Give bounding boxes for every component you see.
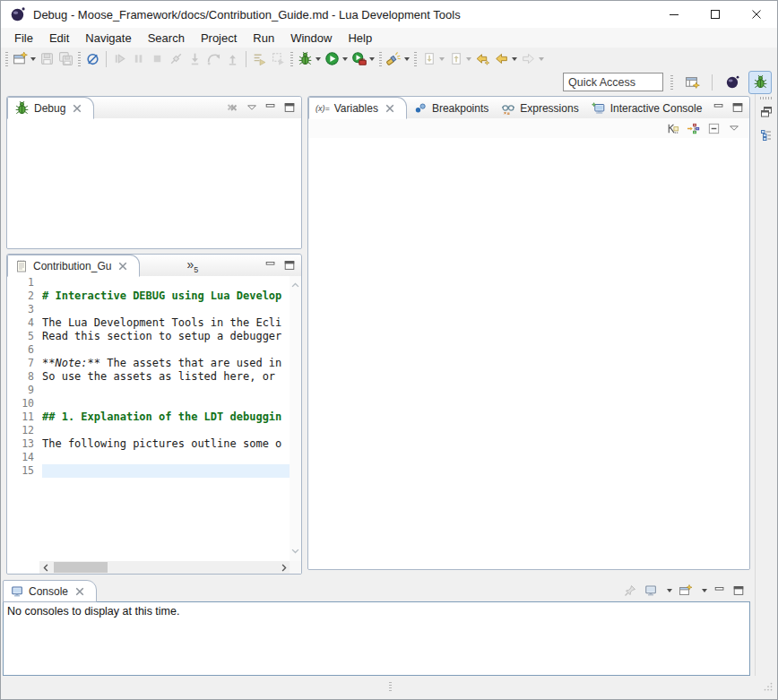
menu-help[interactable]: Help (340, 30, 380, 47)
tab-interactive-console[interactable]: Interactive Console (585, 98, 709, 118)
window-resize-grip[interactable] (762, 680, 774, 696)
debug-button[interactable] (296, 48, 323, 71)
flashlight-button[interactable] (385, 48, 411, 71)
minimize-view-button[interactable] (264, 101, 277, 114)
editor-line-1[interactable]: 1 (7, 276, 290, 290)
view-menu-button[interactable] (246, 101, 258, 114)
menu-navigate[interactable]: Navigate (77, 30, 139, 47)
pin-console-button[interactable] (623, 583, 637, 598)
lua-perspective-button[interactable] (721, 71, 744, 94)
editor-line-6[interactable]: 6 (7, 343, 290, 357)
toolbar-drag-handle[interactable] (414, 52, 417, 66)
new-wizard-button[interactable] (11, 48, 38, 71)
save-button[interactable] (38, 48, 56, 71)
hidden-editors-indicator[interactable]: »5 (186, 257, 198, 274)
editor-line-7[interactable]: 7**Note:** The assets that are used in (7, 357, 290, 370)
show-logical-structures-button[interactable] (687, 122, 700, 135)
run-button[interactable] (323, 48, 350, 71)
tab-expressions[interactable]: Expressions (495, 98, 584, 118)
close-icon[interactable] (72, 103, 82, 114)
remove-all-terminated-button[interactable] (225, 100, 239, 115)
scroll-up-icon[interactable] (290, 278, 300, 294)
editor-line-4[interactable]: 4The Lua Development Tools in the Ecli (7, 316, 290, 330)
suspend-button[interactable] (129, 48, 148, 71)
terminate-button[interactable] (148, 48, 167, 71)
menu-edit[interactable]: Edit (41, 30, 77, 47)
editor-vertical-scrollbar[interactable] (290, 276, 301, 561)
restore-view-button[interactable] (759, 105, 774, 123)
dropdown-arrow[interactable] (439, 57, 445, 61)
save-all-button[interactable] (56, 48, 75, 71)
outline-view-button[interactable] (759, 128, 774, 146)
minimize-window-button[interactable] (653, 1, 695, 28)
editor-horizontal-scrollbar[interactable] (39, 561, 290, 574)
close-window-button[interactable] (736, 1, 777, 28)
editor-line-13[interactable]: 13The following pictures outline some o (7, 437, 290, 451)
editor-line-5[interactable]: 5Read this section to setup a debugger (7, 330, 290, 343)
dropdown-arrow[interactable] (30, 57, 36, 61)
editor-line-12[interactable]: 12 (7, 424, 290, 437)
dropdown-arrow[interactable] (466, 57, 471, 61)
dropdown-arrow[interactable] (369, 57, 375, 61)
editor-line-15[interactable]: 15 (7, 464, 290, 478)
scroll-right-icon[interactable] (277, 563, 290, 573)
step-return-button[interactable] (223, 48, 242, 71)
previous-annotation-button[interactable] (446, 48, 473, 71)
scrollbar-thumb[interactable] (54, 562, 108, 573)
editor-line-14[interactable]: 14 (7, 451, 290, 464)
resume-button[interactable] (110, 48, 129, 71)
toolbar-drag-handle[interactable] (379, 52, 382, 66)
quick-access-input[interactable] (563, 73, 663, 91)
variables-content[interactable] (308, 138, 749, 569)
disconnect-button[interactable] (167, 48, 186, 71)
tab-console[interactable]: Console (3, 580, 97, 602)
dropdown-arrow[interactable] (667, 589, 672, 592)
toolbar-drag-handle[interactable] (670, 75, 673, 90)
step-over-button[interactable] (204, 48, 223, 71)
last-edit-location-button[interactable] (473, 48, 492, 71)
debug-view-content[interactable] (7, 118, 301, 248)
editor-code-area[interactable]: 12# Interactive DEBUG using Lua Develop3… (7, 276, 290, 561)
close-icon[interactable] (117, 261, 128, 272)
tab-contribution-guide[interactable]: Contribution_Gu (7, 255, 140, 277)
menu-window[interactable]: Window (282, 30, 340, 47)
menu-run[interactable]: Run (245, 30, 282, 47)
editor-line-3[interactable]: 3 (7, 303, 290, 316)
toolbar-drag-handle[interactable] (290, 52, 293, 66)
open-perspective-button[interactable] (680, 71, 704, 94)
maximize-view-button[interactable] (731, 101, 744, 114)
step-filters-config-button[interactable] (269, 48, 288, 71)
minimize-view-button[interactable] (713, 101, 725, 114)
editor-line-9[interactable]: 9 (7, 384, 290, 397)
toolbar-drag-handle[interactable] (78, 52, 81, 66)
editor-line-10[interactable]: 10 (7, 397, 290, 410)
maximize-view-button[interactable] (283, 101, 296, 114)
step-into-button[interactable] (186, 48, 204, 71)
menu-file[interactable]: File (6, 30, 41, 47)
tab-variables[interactable]: (x)= Variables (308, 97, 407, 119)
forward-button[interactable] (519, 48, 546, 71)
maximize-window-button[interactable] (695, 1, 736, 28)
dropdown-arrow[interactable] (702, 589, 707, 592)
dropdown-arrow[interactable] (539, 57, 544, 61)
run-external-tools-button[interactable] (350, 48, 376, 71)
use-step-filters-button[interactable] (250, 48, 269, 71)
minimize-view-button[interactable] (264, 259, 277, 272)
console-content[interactable]: No consoles to display at this time. (3, 601, 750, 676)
dropdown-arrow[interactable] (316, 57, 321, 61)
skip-all-breakpoints-button[interactable] (83, 48, 102, 71)
scroll-down-icon[interactable] (290, 543, 300, 559)
strip-drag-handle[interactable] (760, 97, 773, 99)
status-drag-handle[interactable] (389, 682, 392, 693)
dropdown-arrow[interactable] (342, 57, 348, 61)
editor-line-8[interactable]: 8So use the assets as listed here, or (7, 370, 290, 384)
maximize-view-button[interactable] (283, 259, 296, 272)
minimize-view-button[interactable] (713, 584, 726, 597)
menu-project[interactable]: Project (193, 30, 245, 47)
maximize-view-button[interactable] (732, 584, 745, 597)
open-console-button[interactable] (679, 583, 693, 598)
scroll-left-icon[interactable] (39, 563, 52, 573)
debug-perspective-button[interactable] (748, 71, 772, 94)
tab-debug[interactable]: Debug (7, 97, 94, 119)
dropdown-arrow[interactable] (512, 57, 517, 61)
